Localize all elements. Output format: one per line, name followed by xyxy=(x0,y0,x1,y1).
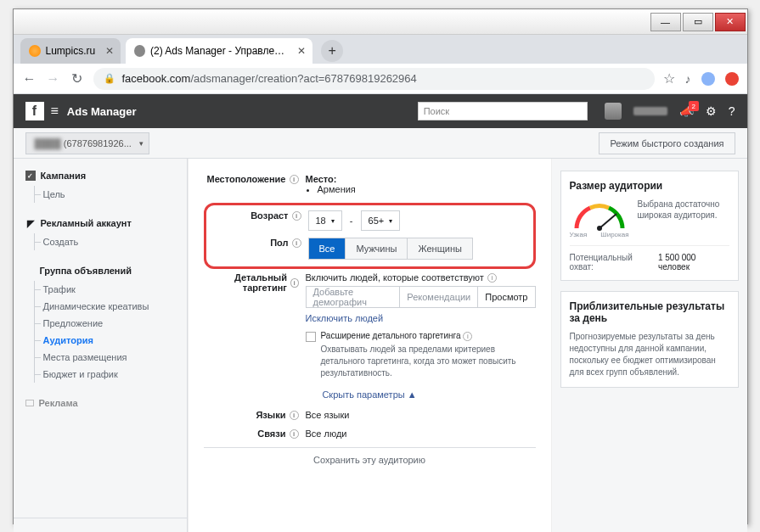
tab-title: Lumpics.ru xyxy=(46,45,96,57)
account-id: (67876981926... xyxy=(64,138,132,148)
favicon-icon xyxy=(134,45,145,57)
gauge-description: Выбрана достаточно широкая аудитория. xyxy=(638,199,729,221)
languages-label: Языки xyxy=(256,410,285,420)
close-icon[interactable]: ✕ xyxy=(105,45,114,57)
info-icon[interactable]: i xyxy=(292,238,301,248)
tab-title: (2) Ads Manager - Управление р xyxy=(150,45,287,57)
account-selector[interactable]: ████ (67876981926... xyxy=(25,132,149,154)
audience-size-title: Размер аудитории xyxy=(570,180,729,192)
notification-badge: 2 xyxy=(689,101,699,111)
music-icon[interactable]: ♪ xyxy=(685,72,691,86)
sidebar-item-placements[interactable]: Места размещения xyxy=(43,349,187,366)
sidebar-item-budget[interactable]: Бюджет и график xyxy=(43,366,187,383)
quick-creation-button[interactable]: Режим быстрого создания xyxy=(599,132,735,154)
caret-icon: ▾ xyxy=(331,217,335,225)
languages-value: Все языки xyxy=(306,410,536,420)
notification-icon[interactable]: 📣2 xyxy=(679,104,694,118)
avatar-icon[interactable] xyxy=(605,103,622,120)
collapse-link[interactable]: Скрыть параметры ▲ xyxy=(204,389,536,400)
info-icon[interactable]: i xyxy=(487,273,497,283)
browser-toolbar: ← → ↻ 🔒 facebook.com/adsmanager/creation… xyxy=(14,64,747,94)
targeting-input[interactable]: Добавьте демографич Рекомендации Просмот… xyxy=(306,286,536,308)
url-host: facebook.com xyxy=(122,72,191,85)
flag-icon: ◤ xyxy=(25,218,36,228)
targeting-sublabel: Включить людей, которые соответствуют xyxy=(306,272,484,283)
reach-value: 1 500 000 человек xyxy=(658,253,729,272)
address-bar[interactable]: 🔒 facebook.com/adsmanager/creation?act=6… xyxy=(93,68,655,90)
targeting-placeholder: Добавьте демографич xyxy=(307,287,401,307)
info-icon[interactable]: i xyxy=(463,332,472,341)
back-icon[interactable]: ← xyxy=(22,71,37,87)
sidebar-item-offer[interactable]: Предложение xyxy=(43,315,187,332)
tab-adsmanager[interactable]: (2) Ads Manager - Управление р ✕ xyxy=(126,38,312,64)
window-titlebar: — ▭ ✕ xyxy=(14,9,747,35)
connections-value: Все люди xyxy=(306,428,536,439)
svg-line-0 xyxy=(600,214,616,228)
expand-title: Расширение детального таргетинга xyxy=(321,331,461,340)
url-path: /adsmanager/creation?act=678769819262964 xyxy=(190,72,416,85)
location-value: Армения xyxy=(318,184,536,194)
location-sublabel: Место: xyxy=(306,174,536,184)
tab-lumpics[interactable]: Lumpics.ru ✕ xyxy=(20,38,121,64)
user-name-blurred xyxy=(633,107,667,115)
help-icon[interactable]: ? xyxy=(729,104,735,118)
window-close-button[interactable]: ✕ xyxy=(715,13,746,31)
gender-male-button[interactable]: Мужчины xyxy=(346,238,408,259)
sidebar-item-traffic[interactable]: Трафик xyxy=(43,281,187,298)
connections-label: Связи xyxy=(257,428,285,439)
hamburger-icon[interactable]: ≡ xyxy=(51,104,59,119)
window-minimize-button[interactable]: — xyxy=(650,13,681,31)
fb-header: f ≡ Ads Manager Поиск 📣2 ⚙ ? xyxy=(14,94,747,128)
info-icon[interactable]: i xyxy=(292,211,301,221)
sidebar-item-audience[interactable]: Аудитория xyxy=(43,332,187,349)
age-max-select[interactable]: 65+▾ xyxy=(361,210,401,231)
account-bar: ████ (67876981926... Режим быстрого созд… xyxy=(14,128,747,159)
sidebar-campaign[interactable]: ✓ Кампания xyxy=(25,171,187,181)
age-min-select[interactable]: 18▾ xyxy=(308,210,342,231)
sidebar-item-create[interactable]: Создать xyxy=(43,233,187,250)
grid-icon xyxy=(25,266,35,276)
location-label: Местоположение xyxy=(206,174,285,184)
facebook-logo-icon[interactable]: f xyxy=(25,102,44,120)
gender-female-button[interactable]: Женщины xyxy=(408,238,471,259)
expand-checkbox[interactable] xyxy=(306,332,316,342)
window-maximize-button[interactable]: ▭ xyxy=(683,13,713,31)
profile-icon[interactable] xyxy=(701,72,715,86)
highlight-age-gender: Возрастi 18▾ - 65+▾ Полi Все Мужчины Жен… xyxy=(204,203,536,269)
targeting-label: Детальный таргетинг xyxy=(204,272,287,293)
info-icon[interactable]: i xyxy=(290,429,299,439)
targeting-recommendations[interactable]: Рекомендации xyxy=(400,287,478,307)
sidebar-label: Рекламный аккаунт xyxy=(41,218,132,228)
reload-icon[interactable]: ↻ xyxy=(70,70,85,87)
exclude-link[interactable]: Исключить людей xyxy=(306,313,384,323)
sidebar-ad-account[interactable]: ◤ Рекламный аккаунт xyxy=(25,218,187,228)
targeting-browse[interactable]: Просмотр xyxy=(478,287,534,307)
rect-icon xyxy=(25,400,34,406)
gender-all-button[interactable]: Все xyxy=(309,238,346,259)
forward-icon[interactable]: → xyxy=(46,71,61,87)
left-sidebar: ✓ Кампания Цель ◤ Рекламный аккаунт Созд… xyxy=(14,159,188,532)
sidebar-item-goal[interactable]: Цель xyxy=(43,186,187,203)
info-icon[interactable]: i xyxy=(290,175,299,184)
new-tab-button[interactable]: + xyxy=(321,40,343,62)
sidebar-adset[interactable]: Группа объявлений xyxy=(25,266,187,276)
close-icon[interactable]: ✕ xyxy=(297,45,306,57)
bookmark-icon[interactable]: ☆ xyxy=(663,70,675,87)
extension-icon[interactable] xyxy=(725,72,739,86)
estimates-title: Приблизительные результаты за день xyxy=(570,300,729,324)
check-icon: ✓ xyxy=(25,171,36,181)
info-icon[interactable]: i xyxy=(290,278,299,288)
save-audience-button[interactable]: Сохранить эту аудиторию xyxy=(204,447,536,465)
audience-size-card: Размер аудитории xyxy=(560,171,739,281)
estimates-text: Прогнозируемые результаты за день недост… xyxy=(570,331,729,378)
age-dash: - xyxy=(350,216,353,226)
estimates-card: Приблизительные результаты за день Прогн… xyxy=(560,291,739,388)
gauge-icon xyxy=(570,199,629,232)
close-button[interactable]: Закрыть xyxy=(14,518,187,532)
gear-icon[interactable]: ⚙ xyxy=(706,104,717,118)
info-icon[interactable]: i xyxy=(290,411,299,420)
search-input[interactable]: Поиск xyxy=(418,102,588,120)
sidebar-label: Кампания xyxy=(41,171,87,181)
sidebar-ad[interactable]: Реклама xyxy=(25,398,187,408)
sidebar-item-dynamic[interactable]: Динамические креативы xyxy=(43,298,187,315)
